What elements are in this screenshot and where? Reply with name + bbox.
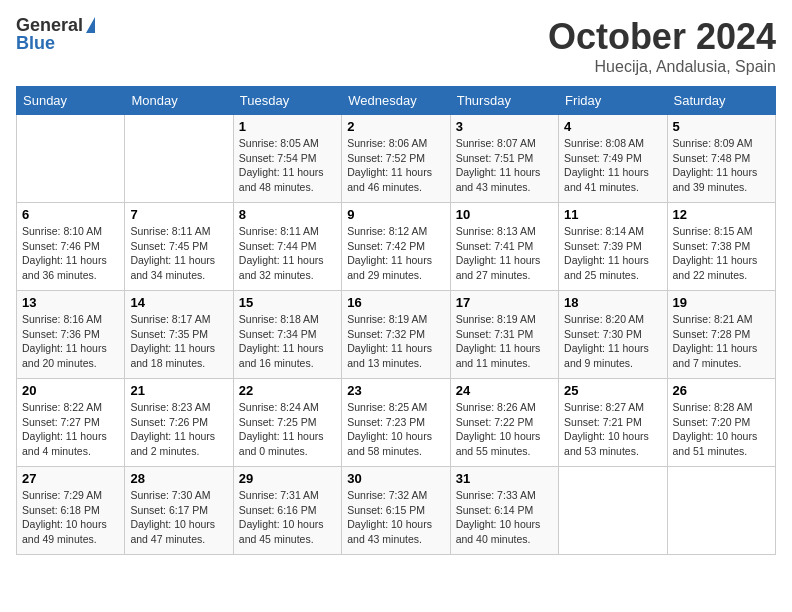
day-number: 14 [130, 295, 227, 310]
day-info: Sunrise: 8:26 AMSunset: 7:22 PMDaylight:… [456, 400, 553, 459]
day-info: Sunrise: 8:11 AMSunset: 7:44 PMDaylight:… [239, 224, 336, 283]
day-number: 17 [456, 295, 553, 310]
day-number: 5 [673, 119, 770, 134]
day-number: 23 [347, 383, 444, 398]
day-info: Sunrise: 7:33 AMSunset: 6:14 PMDaylight:… [456, 488, 553, 547]
calendar-cell: 16Sunrise: 8:19 AMSunset: 7:32 PMDayligh… [342, 291, 450, 379]
calendar-cell: 5Sunrise: 8:09 AMSunset: 7:48 PMDaylight… [667, 115, 775, 203]
day-info: Sunrise: 7:31 AMSunset: 6:16 PMDaylight:… [239, 488, 336, 547]
day-info: Sunrise: 8:06 AMSunset: 7:52 PMDaylight:… [347, 136, 444, 195]
day-info: Sunrise: 8:21 AMSunset: 7:28 PMDaylight:… [673, 312, 770, 371]
day-info: Sunrise: 8:12 AMSunset: 7:42 PMDaylight:… [347, 224, 444, 283]
calendar-cell: 15Sunrise: 8:18 AMSunset: 7:34 PMDayligh… [233, 291, 341, 379]
day-info: Sunrise: 8:13 AMSunset: 7:41 PMDaylight:… [456, 224, 553, 283]
day-number: 24 [456, 383, 553, 398]
calendar-week-row: 13Sunrise: 8:16 AMSunset: 7:36 PMDayligh… [17, 291, 776, 379]
weekday-header-tuesday: Tuesday [233, 87, 341, 115]
weekday-header-sunday: Sunday [17, 87, 125, 115]
day-number: 7 [130, 207, 227, 222]
day-info: Sunrise: 8:27 AMSunset: 7:21 PMDaylight:… [564, 400, 661, 459]
day-number: 10 [456, 207, 553, 222]
day-number: 11 [564, 207, 661, 222]
day-info: Sunrise: 8:15 AMSunset: 7:38 PMDaylight:… [673, 224, 770, 283]
day-number: 13 [22, 295, 119, 310]
logo: General Blue [16, 16, 95, 52]
calendar-cell: 7Sunrise: 8:11 AMSunset: 7:45 PMDaylight… [125, 203, 233, 291]
calendar-cell: 22Sunrise: 8:24 AMSunset: 7:25 PMDayligh… [233, 379, 341, 467]
calendar-cell: 19Sunrise: 8:21 AMSunset: 7:28 PMDayligh… [667, 291, 775, 379]
weekday-header-saturday: Saturday [667, 87, 775, 115]
weekday-header-wednesday: Wednesday [342, 87, 450, 115]
calendar-week-row: 20Sunrise: 8:22 AMSunset: 7:27 PMDayligh… [17, 379, 776, 467]
day-info: Sunrise: 8:10 AMSunset: 7:46 PMDaylight:… [22, 224, 119, 283]
day-number: 3 [456, 119, 553, 134]
day-number: 31 [456, 471, 553, 486]
calendar-cell: 30Sunrise: 7:32 AMSunset: 6:15 PMDayligh… [342, 467, 450, 555]
day-number: 26 [673, 383, 770, 398]
calendar-cell: 28Sunrise: 7:30 AMSunset: 6:17 PMDayligh… [125, 467, 233, 555]
day-info: Sunrise: 8:07 AMSunset: 7:51 PMDaylight:… [456, 136, 553, 195]
day-number: 28 [130, 471, 227, 486]
calendar-cell [125, 115, 233, 203]
day-number: 19 [673, 295, 770, 310]
day-info: Sunrise: 8:09 AMSunset: 7:48 PMDaylight:… [673, 136, 770, 195]
day-info: Sunrise: 8:14 AMSunset: 7:39 PMDaylight:… [564, 224, 661, 283]
calendar-cell: 27Sunrise: 7:29 AMSunset: 6:18 PMDayligh… [17, 467, 125, 555]
calendar-week-row: 1Sunrise: 8:05 AMSunset: 7:54 PMDaylight… [17, 115, 776, 203]
calendar-cell [667, 467, 775, 555]
calendar-cell: 14Sunrise: 8:17 AMSunset: 7:35 PMDayligh… [125, 291, 233, 379]
day-info: Sunrise: 8:25 AMSunset: 7:23 PMDaylight:… [347, 400, 444, 459]
calendar-cell: 25Sunrise: 8:27 AMSunset: 7:21 PMDayligh… [559, 379, 667, 467]
day-number: 18 [564, 295, 661, 310]
page-container: General Blue October 2024 Huecija, Andal… [0, 0, 792, 571]
day-number: 25 [564, 383, 661, 398]
weekday-header-monday: Monday [125, 87, 233, 115]
calendar-cell: 13Sunrise: 8:16 AMSunset: 7:36 PMDayligh… [17, 291, 125, 379]
calendar-cell: 24Sunrise: 8:26 AMSunset: 7:22 PMDayligh… [450, 379, 558, 467]
calendar-cell: 8Sunrise: 8:11 AMSunset: 7:44 PMDaylight… [233, 203, 341, 291]
day-number: 8 [239, 207, 336, 222]
day-info: Sunrise: 8:17 AMSunset: 7:35 PMDaylight:… [130, 312, 227, 371]
day-number: 30 [347, 471, 444, 486]
calendar-cell: 4Sunrise: 8:08 AMSunset: 7:49 PMDaylight… [559, 115, 667, 203]
location: Huecija, Andalusia, Spain [548, 58, 776, 76]
calendar-cell [559, 467, 667, 555]
calendar-cell: 21Sunrise: 8:23 AMSunset: 7:26 PMDayligh… [125, 379, 233, 467]
calendar-cell: 20Sunrise: 8:22 AMSunset: 7:27 PMDayligh… [17, 379, 125, 467]
day-info: Sunrise: 8:22 AMSunset: 7:27 PMDaylight:… [22, 400, 119, 459]
day-info: Sunrise: 8:08 AMSunset: 7:49 PMDaylight:… [564, 136, 661, 195]
day-number: 9 [347, 207, 444, 222]
day-number: 6 [22, 207, 119, 222]
day-info: Sunrise: 7:30 AMSunset: 6:17 PMDaylight:… [130, 488, 227, 547]
day-info: Sunrise: 8:19 AMSunset: 7:32 PMDaylight:… [347, 312, 444, 371]
day-number: 29 [239, 471, 336, 486]
day-info: Sunrise: 8:20 AMSunset: 7:30 PMDaylight:… [564, 312, 661, 371]
day-number: 20 [22, 383, 119, 398]
day-number: 15 [239, 295, 336, 310]
day-number: 16 [347, 295, 444, 310]
calendar-cell: 18Sunrise: 8:20 AMSunset: 7:30 PMDayligh… [559, 291, 667, 379]
weekday-header-row: SundayMondayTuesdayWednesdayThursdayFrid… [17, 87, 776, 115]
calendar-cell: 11Sunrise: 8:14 AMSunset: 7:39 PMDayligh… [559, 203, 667, 291]
title-block: October 2024 Huecija, Andalusia, Spain [548, 16, 776, 76]
calendar-cell: 17Sunrise: 8:19 AMSunset: 7:31 PMDayligh… [450, 291, 558, 379]
calendar-cell [17, 115, 125, 203]
calendar-cell: 12Sunrise: 8:15 AMSunset: 7:38 PMDayligh… [667, 203, 775, 291]
calendar-cell: 10Sunrise: 8:13 AMSunset: 7:41 PMDayligh… [450, 203, 558, 291]
calendar-cell: 26Sunrise: 8:28 AMSunset: 7:20 PMDayligh… [667, 379, 775, 467]
day-info: Sunrise: 8:24 AMSunset: 7:25 PMDaylight:… [239, 400, 336, 459]
weekday-header-thursday: Thursday [450, 87, 558, 115]
day-info: Sunrise: 7:32 AMSunset: 6:15 PMDaylight:… [347, 488, 444, 547]
day-info: Sunrise: 8:23 AMSunset: 7:26 PMDaylight:… [130, 400, 227, 459]
day-info: Sunrise: 8:16 AMSunset: 7:36 PMDaylight:… [22, 312, 119, 371]
calendar-cell: 3Sunrise: 8:07 AMSunset: 7:51 PMDaylight… [450, 115, 558, 203]
day-number: 21 [130, 383, 227, 398]
header: General Blue October 2024 Huecija, Andal… [16, 16, 776, 76]
logo-triangle-icon [86, 17, 95, 33]
calendar-cell: 2Sunrise: 8:06 AMSunset: 7:52 PMDaylight… [342, 115, 450, 203]
calendar-cell: 9Sunrise: 8:12 AMSunset: 7:42 PMDaylight… [342, 203, 450, 291]
day-number: 1 [239, 119, 336, 134]
day-number: 4 [564, 119, 661, 134]
day-info: Sunrise: 7:29 AMSunset: 6:18 PMDaylight:… [22, 488, 119, 547]
calendar-week-row: 27Sunrise: 7:29 AMSunset: 6:18 PMDayligh… [17, 467, 776, 555]
